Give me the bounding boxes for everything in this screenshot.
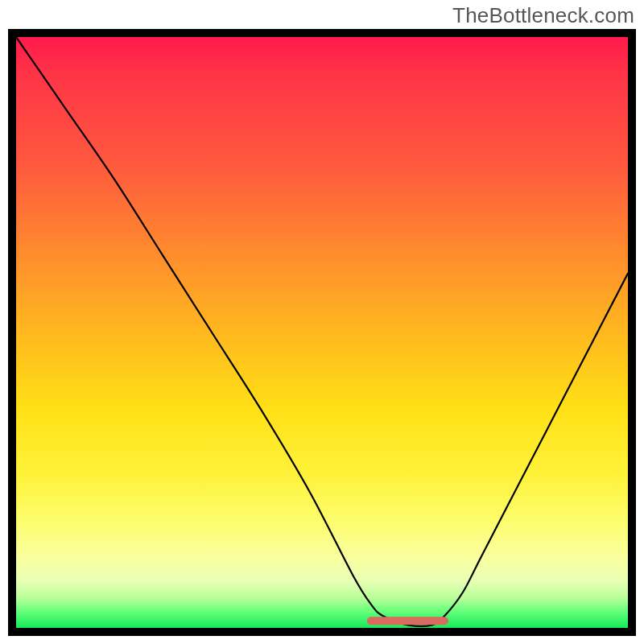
plot-gradient-background bbox=[16, 37, 628, 628]
chart-container: TheBottleneck.com bbox=[0, 0, 644, 644]
watermark-label: TheBottleneck.com bbox=[452, 3, 634, 28]
plot-frame bbox=[8, 29, 636, 636]
